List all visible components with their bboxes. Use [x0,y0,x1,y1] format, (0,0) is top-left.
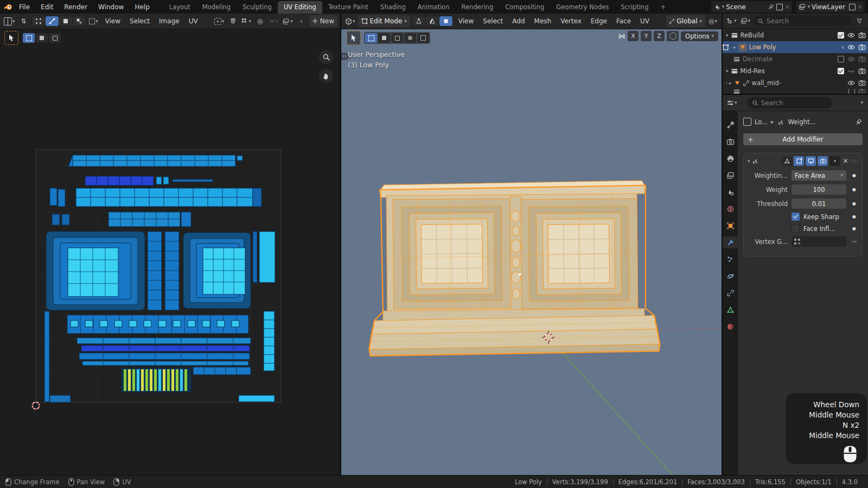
scene-browse-chevron[interactable]: ▾ [722,4,725,9]
show-on-cage-toggle[interactable] [782,156,792,166]
weight-value-field[interactable]: 100 [792,184,846,195]
tab-uv-editing[interactable]: UV Editing [278,1,322,14]
tab-scripting[interactable]: Scripting [615,1,654,14]
outliner-display-mode-dropdown[interactable]: ▾ [725,16,738,27]
select-mode-vertex-button[interactable] [412,16,425,26]
vertex-group-field[interactable] [792,236,846,247]
render-camera-icon[interactable] [858,31,866,39]
tab-compositing[interactable]: Compositing [499,1,550,14]
tab-shading[interactable]: Shading [374,1,412,14]
unlink-scene-icon[interactable]: ✕ [784,3,790,11]
outliner-scene-filter-dropdown[interactable]: ▾ [739,16,752,27]
cabinet-model[interactable] [368,181,660,356]
uv-menu-uv[interactable]: UV [185,16,202,26]
viewport-scene[interactable] [341,29,722,475]
hide-eye-icon[interactable] [847,31,855,39]
hide-eye-icon[interactable] [847,55,855,63]
uv-select-face-button[interactable] [59,16,72,26]
uv-pivot-dropdown[interactable]: ▾ [213,16,226,27]
uv-canvas[interactable] [0,29,340,475]
tab-layout[interactable]: Layout [163,1,196,14]
menu-render[interactable]: Render [59,2,92,12]
menu-window[interactable]: Window [93,2,129,12]
tab-world[interactable] [723,203,738,215]
breadcrumb-modifier[interactable]: Weight... [788,118,816,126]
blender-logo-icon[interactable] [3,3,13,11]
panel-grip-icon[interactable]: ∷∷ [851,158,858,164]
tab-object-data[interactable] [723,304,738,316]
render-camera-icon[interactable] [858,55,866,63]
delete-modifier-icon[interactable]: ✕ [841,157,849,165]
render-camera-icon[interactable] [858,43,866,51]
hide-eye-icon[interactable] [847,79,855,87]
show-in-viewport-toggle[interactable] [806,156,816,166]
threshold-value-field[interactable]: 0.01 [792,198,846,209]
vp-menu-uv[interactable]: UV [636,16,653,26]
uv-sync-selection-toggle[interactable]: ⇅ [18,16,30,27]
animate-dot[interactable]: ● [850,187,858,192]
viewlayer-icon[interactable] [799,3,806,10]
tab-particles[interactable] [723,253,738,265]
tab-modeling[interactable]: Modeling [196,1,237,14]
scene-icon[interactable] [713,3,720,10]
animate-dot[interactable]: ● [850,226,858,231]
animate-dot[interactable]: ● [850,214,858,219]
vp-menu-vertex[interactable]: Vertex [557,16,585,26]
outliner-row-wall-mid[interactable]: ▸ wall_mid- [723,77,868,89]
tab-geometry-nodes[interactable]: Geometry Nodes [550,1,615,14]
modifier-extras-dropdown[interactable]: ▾ [829,156,840,166]
render-camera-icon[interactable] [858,79,866,87]
outliner-row-partial[interactable] [723,89,868,94]
vp-menu-view[interactable]: View [455,16,477,26]
new-scene-icon[interactable] [776,4,783,10]
invert-vertex-group-icon[interactable]: ↔ [850,238,858,245]
uv-menu-select[interactable]: Select [126,16,154,26]
uv-image-back-icon[interactable]: ‹ [296,16,308,27]
tab-tool[interactable] [723,119,738,131]
uv-pan-gizmo[interactable] [319,69,333,83]
menu-help[interactable]: Help [130,2,154,12]
uv-menu-view[interactable]: View [101,16,124,26]
vp-menu-edge[interactable]: Edge [587,16,611,26]
vp-menu-select[interactable]: Select [479,16,507,26]
expand-icon[interactable]: ▸ [729,81,732,86]
vp-menu-add[interactable]: Add [508,16,528,26]
uv-proportional-edit-toggle[interactable]: ◎ [254,16,266,27]
hidden-eye-closed-icon[interactable] [847,67,855,75]
outliner-filter-icon[interactable] [853,16,865,27]
tab-render[interactable] [723,136,738,147]
outliner-row-mid-res[interactable]: ▾ Mid-Res [723,65,868,77]
weighting-mode-dropdown[interactable]: Face Area▾ [792,170,846,181]
panel-collapse-icon[interactable]: ▾ [748,159,750,164]
keep-sharp-checkbox[interactable] [792,213,800,221]
remove-viewlayer-icon[interactable]: ✕ [857,3,863,11]
uv-snap-settings-dropdown[interactable]: ▾ [240,16,252,27]
pin-icon[interactable] [855,118,863,126]
viewlayer-browse-chevron[interactable]: ▾ [807,4,810,9]
tab-material[interactable] [723,320,738,332]
render-camera-icon[interactable] [858,67,866,75]
tab-animation[interactable]: Animation [412,1,456,14]
show-in-render-toggle[interactable] [818,156,828,166]
outliner-row-low-poly[interactable]: ▸ Low Poly ‹ [723,41,868,53]
animate-dot[interactable]: ● [850,173,858,178]
face-influence-checkbox[interactable] [792,224,800,233]
animate-dot[interactable]: ● [850,201,858,206]
pin-icon[interactable] [768,3,775,10]
tab-object[interactable] [723,220,738,232]
pivot-point-dropdown[interactable]: ◎▾ [707,16,719,27]
menu-edit[interactable]: Edit [36,2,58,12]
uv-snap-magnet-icon[interactable] [227,16,239,27]
vp-menu-mesh[interactable]: Mesh [531,16,556,26]
collapse-icon[interactable]: ▾ [726,33,729,38]
outliner-row-rebuild[interactable]: ▾ ReBuild [723,29,868,41]
uv-new-image-button[interactable]: ✛New [309,15,337,27]
tab-modifiers[interactable] [723,236,738,248]
tab-physics[interactable] [723,270,738,282]
viewlayer-name[interactable]: ViewLayer [812,3,847,11]
uv-falloff-dropdown[interactable]: ≈▾ [267,16,279,27]
outliner-row-decimate[interactable]: Decimate [723,53,868,65]
add-workspace-button[interactable]: + [654,1,672,14]
tab-scene[interactable] [723,186,738,198]
tab-view-layer[interactable] [723,169,738,181]
